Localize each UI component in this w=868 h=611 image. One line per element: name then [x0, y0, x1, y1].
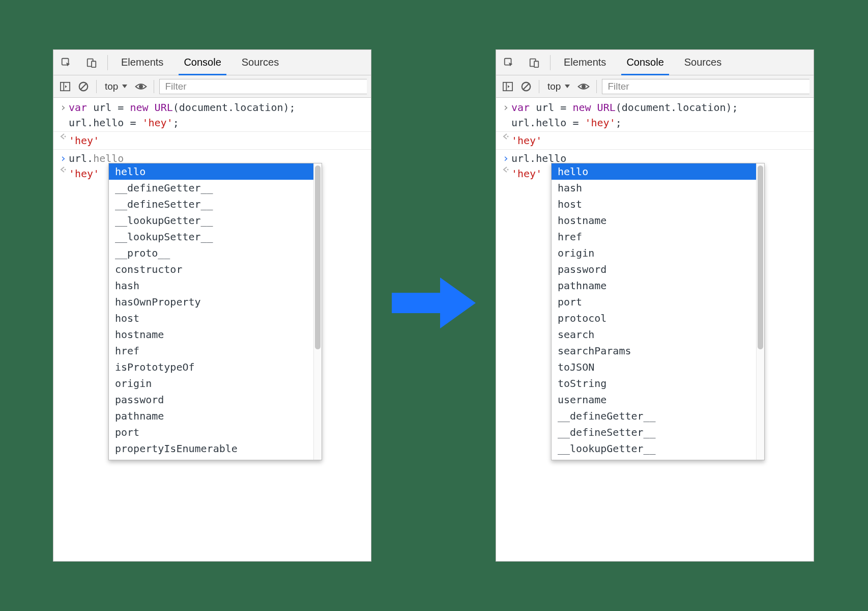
chevron-down-icon: [565, 85, 570, 88]
devtools-panel-before: Elements Console Sources top Filt: [53, 49, 371, 562]
autocomplete-item[interactable]: hasOwnProperty: [109, 294, 313, 310]
autocomplete-item[interactable]: hello: [552, 163, 756, 180]
autocomplete-item[interactable]: hash: [552, 180, 756, 196]
filter-placeholder: Filter: [607, 81, 629, 92]
separator: [107, 55, 108, 70]
autocomplete-item[interactable]: hostname: [552, 212, 756, 229]
autocomplete-item[interactable]: password: [109, 392, 313, 408]
scrollbar[interactable]: [756, 163, 764, 460]
filter-placeholder: Filter: [165, 81, 186, 92]
autocomplete-item[interactable]: __lookupGetter__: [109, 212, 313, 229]
chevron-down-icon: [122, 85, 127, 88]
autocomplete-item[interactable]: isPrototypeOf: [109, 359, 313, 375]
autocomplete-item[interactable]: hash: [109, 277, 313, 294]
console-output-value: 'hey': [69, 133, 99, 148]
autocomplete-item[interactable]: constructor: [109, 261, 313, 277]
clear-console-icon[interactable]: [76, 79, 91, 94]
execution-context-picker[interactable]: top: [102, 81, 130, 92]
live-expression-icon[interactable]: [576, 79, 591, 94]
output-caret-icon: [57, 133, 69, 148]
scrollbar-thumb[interactable]: [315, 165, 321, 349]
output-caret-icon: [500, 133, 511, 148]
tab-sources[interactable]: Sources: [674, 50, 732, 75]
console-output-value: 'hey': [511, 133, 542, 148]
inspect-element-icon[interactable]: [496, 50, 522, 75]
autocomplete-item[interactable]: host: [109, 310, 313, 326]
console-output[interactable]: var url = new URL(document.location); ur…: [496, 98, 814, 561]
scrollbar[interactable]: [313, 163, 322, 460]
input-caret-icon: [57, 100, 69, 115]
autocomplete-item[interactable]: pathname: [109, 408, 313, 424]
autocomplete-item[interactable]: __defineSetter__: [552, 424, 756, 440]
filter-input[interactable]: Filter: [602, 79, 809, 94]
separator: [96, 80, 97, 93]
device-toolbar-icon[interactable]: [79, 50, 104, 75]
autocomplete-item[interactable]: origin: [109, 375, 313, 392]
autocomplete-item[interactable]: __defineGetter__: [552, 408, 756, 424]
devtools-tabbar: Elements Console Sources: [53, 50, 371, 75]
console-input-line: var url = new URL(document.location);: [69, 100, 296, 115]
separator: [550, 55, 551, 70]
clear-console-icon[interactable]: [518, 79, 534, 94]
autocomplete-item[interactable]: __lookupSetter__: [109, 229, 313, 245]
console-toolbar: top Filter: [496, 75, 814, 98]
autocomplete-popup[interactable]: hellohashhosthostnamehreforiginpasswordp…: [551, 163, 765, 460]
input-caret-icon: [500, 100, 511, 115]
inspect-element-icon[interactable]: [53, 50, 79, 75]
tab-sources[interactable]: Sources: [232, 50, 289, 75]
autocomplete-item[interactable]: __proto__: [109, 245, 313, 261]
autocomplete-item[interactable]: toJSON: [552, 359, 756, 375]
device-toolbar-icon[interactable]: [522, 50, 547, 75]
autocomplete-item[interactable]: __lookupGetter__: [552, 440, 756, 457]
svg-point-6: [65, 136, 66, 137]
autocomplete-item[interactable]: pathname: [552, 277, 756, 294]
svg-point-14: [507, 136, 509, 137]
separator: [596, 80, 597, 93]
context-label: top: [105, 81, 118, 92]
tab-elements[interactable]: Elements: [111, 50, 173, 75]
autocomplete-item[interactable]: href: [109, 343, 313, 359]
autocomplete-item[interactable]: toString: [552, 375, 756, 392]
autocomplete-item[interactable]: searchParams: [552, 343, 756, 359]
input-caret-icon: [57, 151, 69, 166]
autocomplete-item[interactable]: propertyIsEnumerable: [109, 440, 313, 457]
separator: [539, 80, 539, 93]
autocomplete-item[interactable]: href: [552, 229, 756, 245]
console-eager-eval: 'hey': [511, 166, 542, 181]
context-label: top: [547, 81, 561, 92]
svg-point-7: [65, 169, 66, 171]
scrollbar-thumb[interactable]: [758, 165, 763, 349]
autocomplete-item[interactable]: origin: [552, 245, 756, 261]
filter-input[interactable]: Filter: [159, 79, 367, 94]
console-output[interactable]: var url = new URL(document.location); ur…: [53, 98, 371, 561]
autocomplete-item[interactable]: hello: [109, 163, 313, 180]
autocomplete-item[interactable]: host: [552, 196, 756, 212]
autocomplete-item[interactable]: port: [552, 294, 756, 310]
autocomplete-popup[interactable]: hello__defineGetter____defineSetter____l…: [108, 163, 322, 460]
tab-console[interactable]: Console: [616, 50, 674, 75]
svg-rect-10: [534, 61, 538, 67]
autocomplete-item[interactable]: __defineGetter__: [109, 180, 313, 196]
console-toolbar: top Filter: [53, 75, 371, 98]
tab-elements[interactable]: Elements: [554, 50, 616, 75]
console-input-line: var url = new URL(document.location);: [511, 100, 738, 115]
separator: [154, 80, 154, 93]
output-caret-icon: [500, 166, 511, 181]
console-sidebar-toggle-icon[interactable]: [500, 79, 515, 94]
console-sidebar-toggle-icon[interactable]: [57, 79, 73, 94]
autocomplete-item[interactable]: protocol: [552, 310, 756, 326]
console-input-line: url.hello = 'hey';: [511, 115, 622, 130]
autocomplete-list: hello__defineGetter____defineSetter____l…: [109, 163, 313, 460]
input-caret-icon: [500, 151, 511, 166]
autocomplete-item[interactable]: password: [552, 261, 756, 277]
svg-point-5: [139, 85, 143, 89]
tab-console[interactable]: Console: [173, 50, 231, 75]
execution-context-picker[interactable]: top: [544, 81, 573, 92]
live-expression-icon[interactable]: [133, 79, 149, 94]
autocomplete-item[interactable]: username: [552, 392, 756, 408]
autocomplete-item[interactable]: hostname: [109, 326, 313, 343]
autocomplete-item[interactable]: port: [109, 424, 313, 440]
autocomplete-item[interactable]: search: [552, 326, 756, 343]
autocomplete-item[interactable]: __defineSetter__: [109, 196, 313, 212]
devtools-tabbar: Elements Console Sources: [496, 50, 814, 75]
